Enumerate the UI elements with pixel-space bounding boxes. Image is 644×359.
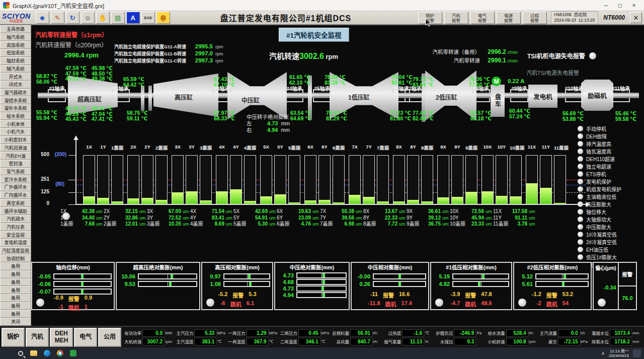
tab-2[interactable]: 汽机 xyxy=(26,328,49,347)
gauge-bar[interactable] xyxy=(223,281,270,287)
sidebar-item-4[interactable]: 低加系统 xyxy=(0,49,31,57)
sidebar-item-19[interactable]: 氢气系统 xyxy=(0,168,31,176)
sidebar-item-24[interactable]: 循环水辅助 xyxy=(0,207,31,215)
sidebar-item-18[interactable]: 密封油 xyxy=(0,160,31,168)
sidebar-item-3[interactable]: 高加系统 xyxy=(0,41,31,49)
sidebar-item-22[interactable]: 厂内循环水 xyxy=(0,191,31,199)
alarm-button-4[interactable]: 电源报警 xyxy=(497,12,521,24)
sidebar-item-7[interactable]: 开式水 xyxy=(0,73,31,81)
value-unit: um xyxy=(397,215,407,222)
sidebar-item-26[interactable]: 汽机仪表 xyxy=(0,223,31,231)
sidebar-item-11[interactable]: 凝补水系统 xyxy=(0,104,31,112)
sidebar-item-1[interactable]: 主再旁路 xyxy=(0,25,31,33)
sidebar-item-33[interactable]: 备用 xyxy=(0,278,31,286)
gauge-bar[interactable] xyxy=(223,273,270,279)
alarm-button-2[interactable]: 汽机报警 xyxy=(444,12,468,24)
sidebar-item-21[interactable]: 厂外循环水 xyxy=(0,183,31,191)
cards-icon[interactable]: ▤ xyxy=(111,12,125,24)
sidebar-item-8[interactable]: 闭式水 xyxy=(0,81,31,89)
value-label: 5Y xyxy=(233,215,249,222)
maximize-button[interactable]: □ xyxy=(613,1,627,11)
metric-unit: t/h xyxy=(372,331,382,335)
gauge-bar[interactable] xyxy=(535,281,589,287)
tab-3[interactable]: DEHMEH xyxy=(50,328,73,347)
gauge-bar[interactable] xyxy=(452,281,509,287)
sidebar-item-14[interactable]: 小机汽水 xyxy=(0,128,31,136)
vibration-bar-2盖振 xyxy=(155,155,168,204)
sidebar-item-35[interactable]: 备用 xyxy=(0,294,31,302)
gauge-bar[interactable] xyxy=(138,273,197,279)
sidebar-item-29[interactable]: 汽缸温度监视 xyxy=(0,247,31,255)
notification-icon[interactable] xyxy=(633,349,641,357)
soe-icon[interactable]: SOE xyxy=(141,12,155,24)
sidebar-item-15[interactable]: 小机密封水 xyxy=(0,136,31,144)
minimize-button[interactable]: – xyxy=(599,1,613,11)
sidebar-item-30[interactable]: 协调控制 xyxy=(0,254,31,262)
sidebar-item-27[interactable]: 安全监视 xyxy=(0,231,31,239)
file-explorer-icon[interactable] xyxy=(29,349,38,358)
sidebar-item-37[interactable]: 备用 xyxy=(0,310,31,318)
dcs-app-icon[interactable] xyxy=(68,349,77,358)
sidebar-item-16[interactable]: 汽机润滑油 xyxy=(0,144,31,152)
gauge-bar[interactable] xyxy=(452,273,509,279)
users-icon[interactable]: ☻ xyxy=(36,12,49,24)
palette-icon[interactable]: ✎ xyxy=(51,12,64,24)
start-button-icon[interactable] xyxy=(3,349,12,358)
sidebar-item-28[interactable]: 发电机温度 xyxy=(0,239,31,247)
sidebar-item-34[interactable]: 备用 xyxy=(0,286,31,294)
history-icon[interactable]: ↻ xyxy=(66,12,79,24)
gauge-bar[interactable] xyxy=(138,281,197,287)
sidebar-item-17[interactable]: 汽机EH油 xyxy=(0,152,31,160)
bar-fill xyxy=(452,197,463,204)
value-row: 11盖振3.78um xyxy=(493,221,536,228)
panel-1: 轴向位移(mm)-0.05-0.06-0.07-0.9报警0.9-1跳机1 xyxy=(31,262,115,310)
gauge-bar[interactable] xyxy=(535,273,589,279)
alarm-button-3[interactable]: 电气报警 xyxy=(470,12,495,24)
sidebar-item-5[interactable]: 轴封系统 xyxy=(0,57,31,65)
sidebar-item-25[interactable]: 汽机疏水 xyxy=(0,215,31,223)
taskbar-clock[interactable]: 11:13 周一 2024/09/23 xyxy=(609,349,629,358)
sidebar-item-12[interactable]: 给水系统 xyxy=(0,112,31,120)
gauge-bar[interactable] xyxy=(296,292,347,298)
face-icon[interactable]: ☺ xyxy=(81,12,95,24)
search-icon[interactable] xyxy=(16,349,25,358)
sidebar-item-32[interactable]: 备用 xyxy=(0,270,31,278)
gauge-bar[interactable] xyxy=(296,279,347,285)
gauge-bar[interactable] xyxy=(53,273,112,279)
sidebar-item-9[interactable]: 凝汽器疏水 xyxy=(0,89,31,97)
gauge-row: 4.92 xyxy=(433,281,509,287)
gauge-bar[interactable] xyxy=(373,273,426,279)
alarm-item-8: 发电机保护 xyxy=(578,178,642,185)
value-label: 2Y xyxy=(104,215,119,222)
alarm-item-label: 主油箱液位低 xyxy=(586,193,616,200)
font-icon[interactable]: A xyxy=(126,12,140,24)
hand-icon[interactable]: ✋ xyxy=(96,12,110,24)
sidebar-item-6[interactable]: 辅汽系统 xyxy=(0,65,31,73)
gauge-bar[interactable] xyxy=(53,289,112,295)
alarm-button-5[interactable]: 过程报警 xyxy=(523,12,547,24)
gauge-bar[interactable] xyxy=(373,281,426,287)
chrome-browser-icon[interactable] xyxy=(55,349,64,358)
sidebar-item-38[interactable]: 关闭 xyxy=(0,318,31,326)
edge-browser-icon[interactable] xyxy=(42,349,51,358)
gauge-bar[interactable] xyxy=(53,281,112,287)
sidebar-item-10[interactable]: 凝结水系统 xyxy=(0,96,31,104)
toolbar-close-button[interactable]: ✕ xyxy=(630,12,642,23)
gauge-value: 4.73 xyxy=(277,272,296,278)
tab-4[interactable]: 电气 xyxy=(74,328,97,347)
trip-label: 跳机 xyxy=(385,300,396,308)
sidebar-item-2[interactable]: 抽汽系统 xyxy=(0,33,31,41)
sidebar-item-36[interactable]: 备用 xyxy=(0,302,31,310)
tab-1[interactable]: 锅炉 xyxy=(2,328,25,347)
tray-expand-icon[interactable]: ∧ xyxy=(601,350,605,356)
gauge-bar[interactable] xyxy=(296,272,347,278)
gauge-bar[interactable] xyxy=(296,285,347,292)
sidebar-item-31[interactable]: 备用 xyxy=(0,262,31,270)
close-button[interactable]: × xyxy=(627,1,641,11)
tab-5[interactable]: 公用 xyxy=(98,328,121,347)
alarm-indicator-circle xyxy=(578,209,583,214)
sidebar-item-20[interactable]: 定冷水系统 xyxy=(0,175,31,183)
alarm-bell-icon[interactable] xyxy=(156,12,170,24)
sidebar-item-23[interactable]: 真空系统 xyxy=(0,199,31,207)
sidebar-item-13[interactable]: 小机本体 xyxy=(0,120,31,128)
